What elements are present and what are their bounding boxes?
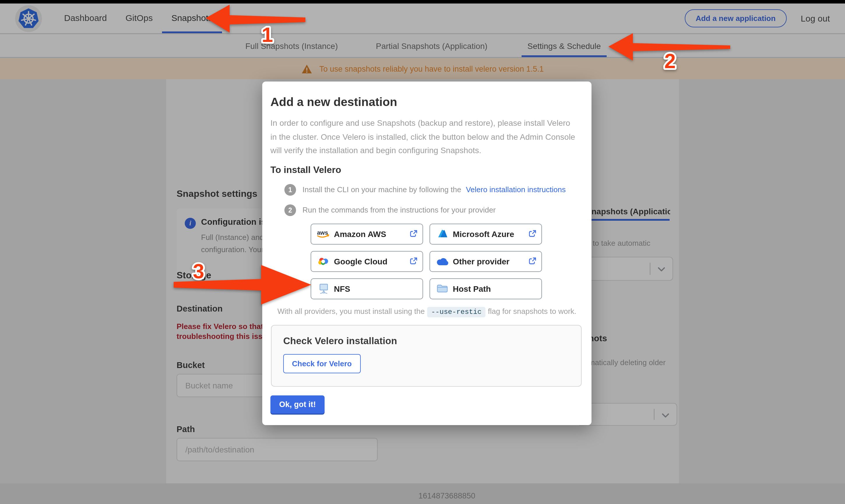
cloud-icon [435, 257, 449, 265]
provider-label: Microsoft Azure [453, 229, 514, 238]
provider-button-amazon-aws[interactable]: aws Amazon AWS [311, 223, 423, 244]
step-1-text: Install the CLI on your machine by follo… [302, 185, 461, 194]
check-for-velero-button[interactable]: Check for Velero [283, 354, 360, 373]
modal-intro: In order to configure and use Snapshots … [270, 116, 576, 158]
provider-label: Amazon AWS [334, 229, 386, 238]
install-step-2: 2 Run the commands from the instructions… [284, 204, 583, 216]
provider-label: Other provider [453, 256, 510, 266]
provider-button-other[interactable]: Other provider [429, 251, 542, 272]
external-link-icon [529, 230, 536, 238]
external-link-icon [410, 230, 417, 238]
folder-icon [435, 284, 449, 293]
external-link-icon [529, 257, 536, 265]
step-2-text: Run the commands from the instructions f… [302, 205, 496, 214]
provider-button-google-cloud[interactable]: Google Cloud [311, 251, 423, 272]
restic-prefix: With all providers, you must install usi… [277, 307, 425, 315]
velero-instructions-link[interactable]: Velero installation instructions [466, 185, 566, 194]
modal-title: Add a new destination [270, 95, 583, 109]
provider-button-nfs[interactable]: NFS [311, 278, 423, 299]
step-1-badge: 1 [284, 184, 296, 195]
step-2-badge: 2 [284, 204, 296, 216]
provider-button-host-path[interactable]: Host Path [429, 278, 542, 299]
external-link-icon [410, 257, 417, 265]
use-restic-flag: --use-restic [427, 307, 486, 317]
provider-button-microsoft-azure[interactable]: Microsoft Azure [429, 223, 542, 244]
restic-suffix: flag for snapshots to work. [488, 307, 577, 315]
app-window: Dashboard GitOps Snapshots Add a new app… [0, 0, 845, 504]
install-velero-heading: To install Velero [270, 164, 583, 175]
google-cloud-icon [316, 257, 331, 266]
svg-text:aws: aws [317, 230, 328, 236]
provider-label: Google Cloud [334, 256, 388, 266]
provider-label: Host Path [453, 284, 491, 293]
check-velero-heading: Check Velero installation [283, 335, 569, 346]
install-step-1: 1 Install the CLI on your machine by fol… [284, 184, 583, 195]
check-velero-box: Check Velero installation Check for Vele… [271, 325, 582, 386]
restic-note: With all providers, you must install usi… [270, 307, 583, 316]
provider-label: NFS [334, 284, 350, 293]
ok-got-it-button[interactable]: Ok, got it! [270, 395, 324, 413]
add-destination-modal: Add a new destination In order to config… [262, 82, 592, 425]
azure-icon [435, 230, 449, 238]
provider-grid: aws Amazon AWS [311, 223, 583, 299]
aws-icon: aws [316, 230, 331, 238]
nfs-icon [316, 283, 331, 294]
